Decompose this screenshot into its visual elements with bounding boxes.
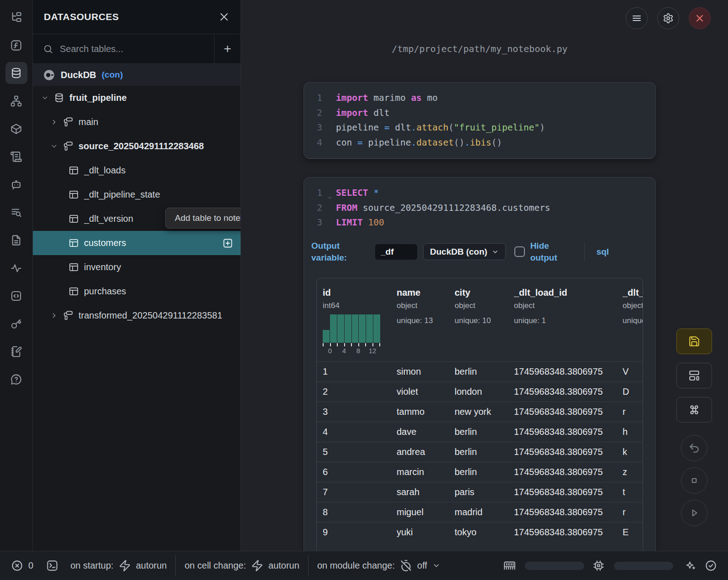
chevron-down-icon[interactable] — [41, 94, 49, 102]
engine-dropdown[interactable]: DuckDB (con) — [423, 243, 506, 260]
table-cell: 9 — [317, 527, 397, 538]
code-cell-imports[interactable]: 1import marimo as mo2import dlt3pipeline… — [304, 82, 656, 159]
table-row[interactable]: 5andreaberlin1745968348.3806975k — [317, 442, 643, 462]
keyboard-shortcuts-button[interactable] — [676, 397, 712, 423]
table-row[interactable]: 7sarahparis1745968348.3806975t — [317, 482, 643, 502]
activity-item-list-search[interactable] — [5, 201, 27, 223]
search-input[interactable] — [60, 44, 204, 54]
activity-item-scroll-text[interactable] — [5, 146, 27, 167]
on-cell-change-setting[interactable]: on cell change: autorun — [184, 559, 299, 572]
ai-assistant-button[interactable] — [684, 559, 697, 572]
divider — [308, 555, 309, 576]
id-histogram[interactable]: 04812 — [323, 314, 380, 355]
chevron-right-icon[interactable] — [50, 312, 58, 319]
table-row[interactable]: 8miguelmadrid1745968348.3806975r — [317, 502, 643, 522]
table-row[interactable]: 6marcinberlin1745968348.3806975z — [317, 462, 643, 482]
table-icon — [68, 189, 79, 200]
divider — [584, 242, 585, 262]
table-row[interactable]: 4daveberlin1745968348.3806975h — [317, 422, 643, 442]
on-cell-change-label: on cell change: — [184, 560, 246, 571]
table-row[interactable]: 2violetlondon1745968348.3806975D — [317, 381, 643, 402]
tree-item-_dlt_loads[interactable]: _dlt_loads — [33, 158, 241, 183]
activity-item-help-message[interactable] — [5, 368, 27, 390]
errors-indicator[interactable]: 0 — [11, 559, 33, 572]
add-datasource-button[interactable]: + — [214, 34, 241, 63]
help-message-icon — [10, 373, 22, 386]
activity-item-function-square[interactable] — [5, 34, 27, 56]
tree-item-fruit_pipeline[interactable]: fruit_pipeline — [33, 86, 241, 110]
tree-item-_dlt_pipeline_state[interactable]: _dlt_pipeline_state — [33, 183, 241, 207]
hide-output-checkbox[interactable] — [514, 246, 525, 257]
activity-item-file-tree[interactable] — [5, 6, 27, 28]
column-name: city — [455, 287, 514, 298]
code-line[interactable]: 3LIMIT 100 — [315, 215, 655, 230]
connection-row[interactable]: DuckDB (con) — [33, 64, 241, 86]
tree-item-source_202504291112283468[interactable]: source_202504291112283468 — [33, 134, 241, 158]
chevron-right-icon[interactable] — [50, 118, 58, 126]
settings-button[interactable] — [657, 7, 679, 29]
activity-item-database[interactable] — [5, 62, 27, 84]
fold-chevron-icon[interactable] — [327, 191, 333, 197]
terminal-button[interactable] — [46, 559, 58, 572]
sql-editor[interactable]: 1SELECT *2FROM source_202504291112283468… — [304, 178, 655, 230]
activity-item-code-square[interactable] — [5, 285, 27, 307]
column-unique-count: unique: 13 — [623, 316, 643, 325]
save-button[interactable] — [676, 329, 712, 354]
column-header-_dlt_id[interactable]: _dlt_idobjectunique: 13 — [623, 287, 643, 361]
table-cell: 3 — [317, 407, 397, 417]
stop-button[interactable] — [681, 467, 707, 494]
errors-count: 0 — [28, 560, 33, 571]
layout-toggle-button[interactable] — [676, 363, 712, 388]
code-line[interactable]: 3pipeline = dlt.attach("fruit_pipeline") — [315, 120, 655, 136]
tree-item-purchases[interactable]: purchases — [33, 279, 241, 303]
table-row[interactable]: 1simonberlin1745968348.3806975V — [317, 361, 643, 381]
table-cell: 1745968348.3806975 — [514, 527, 623, 538]
output-variable-input[interactable] — [375, 244, 417, 260]
close-panel-button[interactable] — [219, 11, 230, 22]
table-cell: andrea — [397, 447, 455, 457]
tree-item-inventory[interactable]: inventory — [33, 255, 241, 279]
column-header-id[interactable]: idint6404812 — [317, 287, 397, 361]
sql-cell[interactable]: 1SELECT *2FROM source_202504291112283468… — [304, 177, 656, 551]
histogram-bar — [352, 314, 359, 343]
table-row[interactable]: 9yukitokyo1745968348.3806975E — [317, 522, 643, 542]
activity-item-activity[interactable] — [5, 257, 27, 279]
code-text: pipeline = dlt.attach("fruit_pipeline") — [336, 120, 545, 136]
code-line[interactable]: 1SELECT * — [315, 186, 655, 201]
table-row[interactable]: 3tammonew york1745968348.3806975r — [317, 402, 643, 422]
table-cell: 1745968348.3806975 — [514, 407, 623, 417]
activity-item-box[interactable] — [5, 118, 27, 140]
cpu-icon — [592, 559, 605, 572]
code-line[interactable]: 2import dlt — [315, 106, 655, 121]
tree-item-customers[interactable]: customers — [33, 231, 241, 255]
search-box — [33, 34, 214, 63]
code-line[interactable]: 4con = pipeline.dataset().ibis() — [315, 136, 655, 151]
activity-item-key[interactable] — [5, 313, 27, 334]
chevron-down-icon[interactable] — [50, 142, 58, 150]
tree-item-main[interactable]: main — [33, 110, 241, 134]
divider — [175, 555, 176, 576]
activity-item-network[interactable] — [5, 90, 27, 112]
code-line[interactable]: 2FROM source_202504291112283468.customer… — [315, 201, 655, 216]
shutdown-button[interactable] — [689, 7, 711, 29]
output-variable-bar: Output variable: DuckDB (con) Hide outpu… — [311, 238, 655, 266]
on-module-change-setting[interactable]: on module change: off — [317, 559, 440, 572]
column-header-_dlt_load_id[interactable]: _dlt_load_idobjectunique: 1 — [514, 287, 623, 361]
undo-button[interactable] — [681, 435, 707, 461]
code-line[interactable]: 1import marimo as mo — [315, 91, 655, 106]
table-cell: 8 — [317, 507, 397, 517]
on-startup-setting[interactable]: on startup: autorun — [70, 559, 167, 572]
run-button[interactable] — [681, 500, 707, 526]
tree-item-label: _dlt_pipeline_state — [84, 189, 233, 200]
activity-item-bot-message[interactable] — [5, 173, 27, 195]
add-table-button[interactable] — [222, 238, 233, 249]
menu-button[interactable] — [626, 7, 648, 29]
tree-item-transformed_202504291112283581[interactable]: transformed_202504291112283581 — [33, 303, 241, 328]
column-header-city[interactable]: cityobjectunique: 10 — [455, 287, 514, 361]
connection-status-button[interactable] — [705, 559, 717, 572]
activity-item-file-text[interactable] — [5, 229, 27, 251]
activity-item-notebook-pen[interactable] — [5, 340, 27, 362]
column-header-name[interactable]: nameobjectunique: 13 — [397, 287, 455, 361]
ram-usage — [503, 559, 584, 572]
code-editor[interactable]: 1import marimo as mo2import dlt3pipeline… — [304, 83, 655, 150]
